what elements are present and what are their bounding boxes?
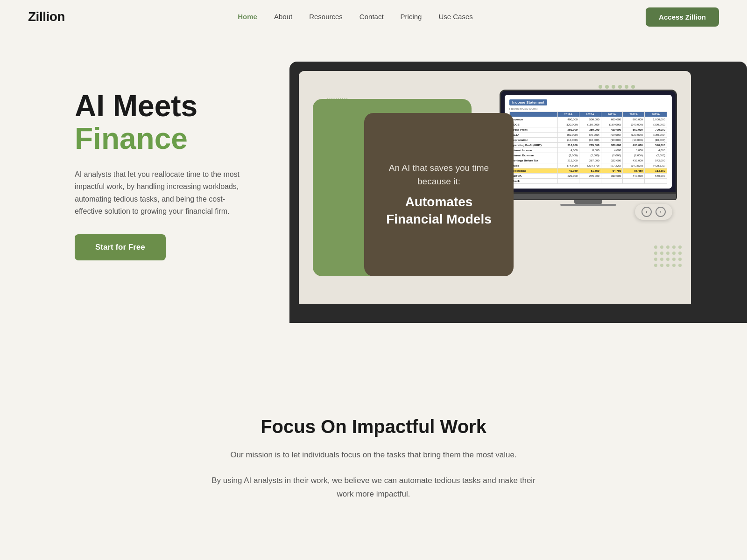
nav-home[interactable]: Home [238,13,257,21]
start-free-button[interactable]: Start for Free [75,234,166,260]
hero-section: AI Meets Finance AI analysts that let yo… [0,34,747,323]
spreadsheet-header-row: 2019A 2020A 2021A 2022A 2023A [510,112,667,117]
ai-feature-card: An AI that saves you time because it: Au… [364,113,514,276]
spreadsheet-subtitle: Figures in USD (000's) [509,107,667,110]
col-2019: 2019A [557,112,579,117]
table-row: Depreciation(10,000)(10,000)(10,000)(10,… [510,138,667,143]
table-row: Interest Income4,0008,0004,0008,0004,000 [510,148,667,153]
dots-decoration-bottom [654,245,682,267]
laptop-nav-control: ‹ › [635,204,672,220]
hero-visual: »»»»» An AI that saves you time because … [289,62,700,304]
hero-fade [0,323,747,379]
laptop-foot [560,204,616,206]
hero-description: AI analysts that let you reallocate time… [75,168,243,218]
spreadsheet-view: Income Statement Figures in USD (000's) … [505,95,672,189]
laptop-screen: Income Statement Figures in USD (000's) … [500,90,677,194]
table-row: Taxes(74,500)(214,670)(97,220)(143,520)(… [510,163,667,168]
col-2021: 2021A [601,112,623,117]
nav-links: Home About Resources Contact Pricing Use… [238,13,473,21]
focus-title: Focus On Impactful Work [28,416,719,437]
col-label [510,112,558,117]
hero-title-line1: AI Meets [75,90,271,122]
brand-logo[interactable]: Zillion [28,9,65,24]
table-row: Earnings Before Tax212,000267,000322,000… [510,158,667,163]
nav-next-icon[interactable]: › [655,207,666,217]
card-subtitle: An AI that saves you time because it: [378,161,500,188]
hero-title-line2: Finance [75,122,271,155]
table-row: Operating Profit (EBIT)210,000265,000320… [510,143,667,148]
col-2022: 2022A [623,112,645,117]
laptop-base [500,194,677,200]
focus-subtitle: Our mission is to let individuals focus … [224,448,523,461]
laptop-stand [574,200,602,204]
features-section: 〜 Handle Growing Workloads Zillion's AI … [0,539,747,560]
hero-text: AI Meets Finance AI analysts that let yo… [75,62,271,260]
table-row: EBITDA220,000275,000330,000440,000550,00… [510,174,667,179]
table-row: Interest Expense(2,000)(2,000)(2,000)(2,… [510,153,667,158]
spreadsheet-table: 2019A 2020A 2021A 2022A 2023A Revenue400… [509,112,667,184]
col-2023: 2023A [644,112,667,117]
focus-section: Focus On Impactful Work Our mission is t… [0,379,747,539]
table-row: Revenue400,000500,000600,000800,0001,000… [510,117,667,122]
hero-inner-frame: »»»»» An AI that saves you time because … [299,71,691,304]
spreadsheet-title: Income Statement [509,99,547,105]
table-row: Net Income41,08051,85064,78088,480113,38… [510,168,667,174]
table-row: Check [510,179,667,184]
nav-resources[interactable]: Resources [309,13,343,21]
focus-body: By using AI analysts in their work, we b… [210,474,537,501]
laptop-mockup: Income Statement Figures in USD (000's) … [500,90,677,206]
nav-about[interactable]: About [274,13,292,21]
nav-pricing[interactable]: Pricing [401,13,422,21]
nav-use-cases[interactable]: Use Cases [438,13,472,21]
nav-contact[interactable]: Contact [359,13,384,21]
table-row: COGS(120,000)(150,000)(180,000)(240,000)… [510,122,667,127]
table-row: Gross Profit280,000350,000420,000560,000… [510,127,667,133]
nav-prev-icon[interactable]: ‹ [641,207,652,217]
access-zillion-button[interactable]: Access Zillion [646,7,719,27]
card-feature: Automates Financial Models [378,194,500,228]
col-2020: 2020A [579,112,601,117]
navbar: Zillion Home About Resources Contact Pri… [0,0,747,34]
table-row: SG&A(60,000)(75,000)(90,000)(120,000)(15… [510,133,667,138]
